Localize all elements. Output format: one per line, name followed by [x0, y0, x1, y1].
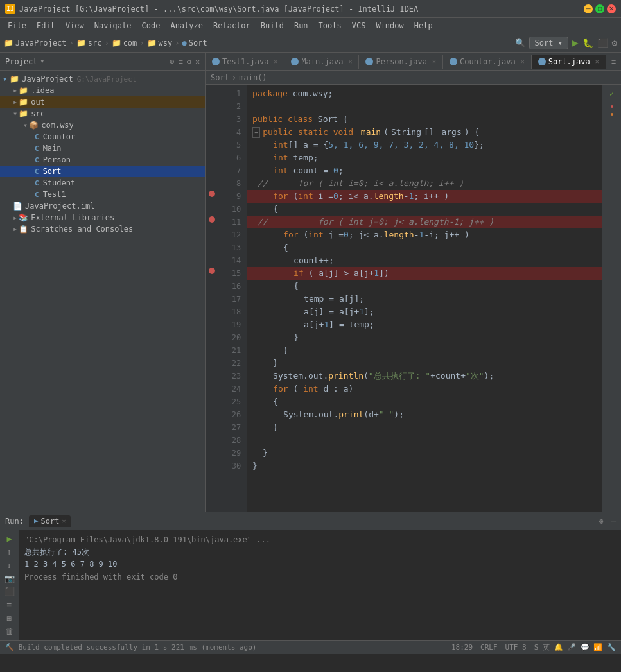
tree-item-src[interactable]: ▾ 📁 src — [0, 108, 205, 119]
nav-project[interactable]: 📁 JavaProject — [4, 39, 66, 47]
sort-label: Sort — [43, 167, 62, 176]
nav-com[interactable]: 📁 com — [112, 39, 137, 47]
code-line-27: } — [247, 421, 602, 434]
sort-dropdown-btn[interactable]: Sort ▾ — [529, 37, 568, 49]
menu-edit[interactable]: Edit — [31, 20, 60, 31]
search-icon[interactable]: 🔍 — [515, 38, 525, 47]
nav-wsy[interactable]: 📁 wsy — [147, 39, 173, 47]
tree-item-out[interactable]: ▸ 📁 out — [0, 96, 205, 108]
tree-item-countor[interactable]: C Countor — [0, 131, 205, 142]
menu-tools[interactable]: Tools — [313, 20, 347, 31]
countor-tab-close[interactable]: ✕ — [521, 58, 525, 65]
tab-person[interactable]: Person.java ✕ — [359, 55, 443, 69]
run-tool2[interactable]: 🗑 — [3, 625, 17, 637]
tree-item-ext-libs[interactable]: ▸ 📚 External Libraries — [0, 212, 205, 223]
tree-item-comwsy[interactable]: ▾ 📦 com.wsy — [0, 119, 205, 131]
breadcrumb-sort[interactable]: Sort — [211, 73, 229, 82]
tree-item-student[interactable]: C Student — [0, 177, 205, 189]
nav-src[interactable]: 📁 src — [76, 39, 102, 47]
tab-settings-btn[interactable]: ≡ — [606, 55, 621, 69]
tree-item-sort[interactable]: C Sort — [0, 166, 205, 177]
bp-19 — [206, 316, 218, 329]
bp-15[interactable] — [206, 264, 218, 277]
bp-9[interactable] — [206, 187, 218, 200]
bp-11[interactable] — [206, 213, 218, 226]
breadcrumb-main[interactable]: main() — [239, 73, 267, 82]
menu-refactor[interactable]: Refactor — [208, 20, 256, 31]
menu-navigate[interactable]: Navigate — [89, 20, 137, 31]
menu-help[interactable]: Help — [409, 20, 438, 31]
bp-21 — [206, 341, 218, 354]
menu-code[interactable]: Code — [137, 20, 166, 31]
tab-sort[interactable]: Sort.java ✕ — [532, 55, 606, 69]
tab-countor[interactable]: Countor.java ✕ — [443, 55, 532, 69]
close-panel-icon[interactable]: ✕ — [195, 57, 200, 66]
test1-tab-close[interactable]: ✕ — [274, 58, 277, 65]
code-line-29: } — [247, 447, 602, 460]
close-button[interactable]: ✕ — [607, 4, 616, 13]
run-output: "C:\Program Files\Java\jdk1.8.0_191\bin\… — [19, 530, 621, 640]
run-panel-header: Run: ▶ Sort ✕ ⚙ ─ — [0, 512, 621, 530]
run-stop-btn[interactable]: ⬛ — [3, 586, 17, 598]
countor-tab-label: Countor.java — [460, 57, 516, 66]
run-tab-close-btn[interactable]: ✕ — [62, 517, 66, 524]
right-tool-1[interactable]: ✓ — [605, 87, 619, 101]
tree-item-iml[interactable]: 📄 JavaProject.iml — [0, 200, 205, 212]
settings-nav-btn[interactable]: ⚙ — [612, 38, 617, 48]
run-sort-tab[interactable]: ▶ Sort ✕ — [29, 515, 71, 527]
tree-item-idea[interactable]: ▸ 📁 .idea — [0, 85, 205, 96]
run-play-btn[interactable]: ▶ — [3, 533, 17, 545]
run-tool1[interactable]: ⊞ — [3, 612, 17, 625]
maximize-button[interactable]: □ — [595, 4, 604, 13]
nav-sort[interactable]: ● Sort — [182, 39, 207, 47]
code-editor[interactable]: 1 2 3 4 5 6 7 8 9 10 11 12 13 14 15 16 1… — [206, 85, 621, 512]
tab-main[interactable]: Main.java ✕ — [284, 55, 359, 69]
tab-test1[interactable]: Test1.java ✕ — [206, 55, 284, 69]
ln-18: 18 — [218, 306, 243, 318]
tree-item-main[interactable]: C Main — [0, 142, 205, 154]
run-settings-btn[interactable]: ⚙ — [599, 517, 604, 526]
code-content[interactable]: package com.wsy; public class Sort { − p… — [247, 85, 602, 512]
chevron-down-icon[interactable]: ▾ — [40, 57, 45, 65]
bp-8 — [206, 175, 218, 187]
fold-4[interactable]: − — [252, 127, 260, 138]
tree-item-javaproject[interactable]: ▾ 📁 JavaProject G:\JavaProject — [0, 73, 205, 85]
run-btn[interactable]: ▶ — [572, 37, 579, 49]
debug-btn[interactable]: 🐛 — [582, 38, 593, 48]
panel-settings-icon[interactable]: ⚙ — [187, 57, 191, 66]
run-up-btn[interactable]: ↑ — [3, 546, 17, 558]
locate-icon[interactable]: ⊕ — [170, 57, 174, 66]
menu-run[interactable]: Run — [289, 20, 313, 31]
tree-item-person[interactable]: C Person — [0, 154, 205, 166]
stop-btn[interactable]: ⬛ — [597, 38, 608, 48]
sort-tab-close[interactable]: ✕ — [595, 58, 599, 65]
menu-build[interactable]: Build — [256, 20, 289, 31]
person-class-icon: C — [33, 156, 40, 164]
main-tab-close[interactable]: ✕ — [348, 58, 352, 65]
menu-view[interactable]: View — [60, 20, 89, 31]
cursor-position[interactable]: 18:29 — [451, 643, 473, 651]
minimize-button[interactable]: ─ — [584, 4, 593, 13]
menu-analyze[interactable]: Analyze — [165, 20, 208, 31]
line-ending[interactable]: CRLF — [480, 643, 498, 651]
encoding[interactable]: UTF-8 — [505, 643, 527, 651]
person-tab-close[interactable]: ✕ — [432, 58, 436, 65]
run-cam-btn[interactable]: 📷 — [3, 573, 17, 585]
ext-libs-icon: 📚 — [19, 213, 28, 222]
run-down-btn[interactable]: ↓ — [3, 559, 17, 571]
run-fold-btn[interactable]: ≡ — [3, 599, 17, 611]
out-folder-icon: 📁 — [19, 98, 28, 107]
code-line-18: a[j] = a[j+1]; — [247, 306, 602, 318]
code-line-8: // for ( int i=0; i< a.length; i++ ) — [247, 177, 602, 190]
tree-item-test1[interactable]: C Test1 — [0, 189, 205, 200]
countor-tab-icon — [450, 58, 457, 65]
run-minimize-btn[interactable]: ─ — [611, 517, 616, 526]
ln-2: 2 — [218, 100, 243, 113]
menu-file[interactable]: File — [3, 20, 31, 31]
tree-item-scratches[interactable]: ▸ 📋 Scratches and Consoles — [0, 223, 205, 235]
code-line-7: int count = 0; — [247, 164, 602, 177]
menu-window[interactable]: Window — [371, 20, 408, 31]
menu-vcs[interactable]: VCS — [347, 20, 371, 31]
collapse-icon[interactable]: ≡ — [178, 57, 182, 66]
error-marker — [611, 105, 613, 108]
